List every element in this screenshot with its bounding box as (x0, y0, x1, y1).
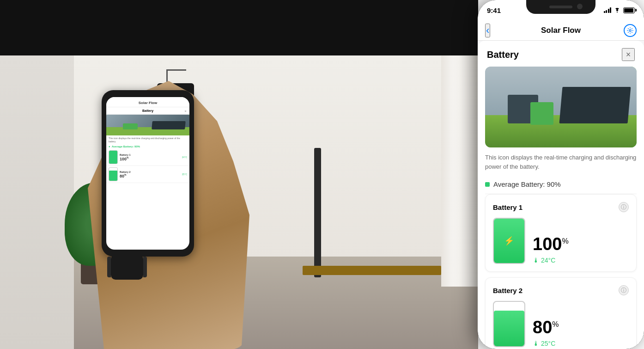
battery-item-1: Battery 1 ⓘ ⚡ 100% (485, 194, 637, 272)
signal-bars (604, 7, 612, 13)
small-battery-temp-2: 25°C (182, 173, 187, 176)
product-image (485, 67, 637, 147)
battery-2-stats: 80% 🌡 25°C (533, 318, 629, 347)
small-battery-icon-1 (109, 150, 118, 164)
top-nav-bar: ‹ Solar Flow (478, 20, 644, 41)
small-phone-avg-battery: ●Average Battery: 90% (106, 144, 189, 149)
background-scene: ZENDURE ZENDURE Solar Flow Battery × (0, 0, 478, 349)
battery-1-info-button[interactable]: ⓘ (619, 202, 629, 212)
signal-bar-3 (608, 9, 609, 13)
avg-battery-label: Average Battery: 90% (493, 180, 561, 188)
svg-point-0 (629, 30, 631, 31)
avg-battery-row: Average Battery: 90% (478, 177, 644, 194)
battery-fill (624, 8, 633, 12)
hand-with-phone: Solar Flow Battery × This icon displays … (74, 72, 259, 349)
desk (303, 266, 441, 275)
status-icons (604, 7, 635, 13)
battery-status-icon (623, 7, 635, 13)
small-battery-pct-1: 100% (120, 156, 180, 161)
small-battery-fill-1 (109, 151, 117, 164)
small-phone-screen: Solar Flow Battery × This icon displays … (106, 97, 189, 250)
settings-icon (626, 27, 634, 34)
battery-1-visual: ⚡ (493, 218, 525, 264)
battery-item-header-1: Battery 1 ⓘ (493, 202, 629, 212)
small-battery-icon-2 (109, 167, 118, 181)
phone-screen: 9:41 (478, 0, 644, 349)
battery-2-visual (493, 301, 525, 347)
battery-1-content: ⚡ 100% 🌡 24°C (493, 218, 629, 264)
battery-2-temp-row: 🌡 25°C (533, 340, 629, 347)
battery-1-percentage: 100% (533, 235, 629, 253)
small-battery-temp-1: 24°C (182, 156, 187, 159)
small-phone-close-icon: × (184, 109, 187, 113)
small-battery-item-2: Battery 2 80% 25°C (106, 166, 189, 183)
solar-battery-illustration (530, 102, 553, 125)
battery-2-temp: 25°C (541, 340, 555, 347)
thermometer-icon-2: 🌡 (533, 340, 539, 347)
battery-1-name: Battery 1 (493, 203, 522, 211)
battery-2-name: Battery 2 (493, 287, 522, 294)
signal-bar-4 (610, 7, 611, 13)
back-chevron-icon: ‹ (486, 24, 489, 37)
black-bar (0, 0, 478, 55)
battery-panel: Battery × This icon displays the real-ti… (478, 41, 644, 349)
notch-speaker (549, 6, 572, 8)
floor-lamp (314, 148, 321, 277)
panel-title: Battery (487, 49, 519, 60)
small-battery-item-1: Battery 1 100% 24°C (106, 149, 189, 166)
small-battery-pct-2: 80% (120, 173, 180, 178)
info-icon-2: ⓘ (621, 287, 626, 294)
battery-1-stats: 100% 🌡 24°C (533, 235, 629, 264)
avg-battery-dot-icon (485, 182, 490, 187)
small-phone: Solar Flow Battery × This icon displays … (102, 90, 194, 257)
main-phone: 9:41 (478, 0, 644, 349)
panel-header: Battery × (478, 41, 644, 67)
solar-illustration (485, 67, 637, 147)
small-phone-product-image (106, 115, 189, 135)
small-battery-info-2: Battery 2 80% (120, 171, 180, 178)
small-phone-panel-title: Battery (106, 107, 189, 115)
curtain (441, 55, 478, 287)
settings-button[interactable] (624, 24, 637, 37)
battery-1-temp-row: 🌡 24°C (533, 257, 629, 264)
battery-1-bolt-icon: ⚡ (504, 236, 514, 246)
panel-description: This icon displays the real-time chargin… (478, 153, 644, 177)
notch-camera (577, 4, 583, 9)
battery-2-info-button[interactable]: ⓘ (619, 285, 629, 295)
small-phone-nav-title: Solar Flow (106, 97, 189, 107)
wrist-watch (111, 254, 143, 280)
small-battery-cap-2 (111, 167, 115, 168)
small-phone-description: This icon displays the real-time chargin… (106, 135, 189, 144)
battery-item-2: Battery 2 ⓘ 80% 🌡 25 (485, 277, 637, 349)
info-icon-1: ⓘ (621, 203, 626, 211)
battery-1-fill: ⚡ (494, 219, 524, 263)
solar-panel-illustration (559, 87, 631, 123)
small-battery-info-1: Battery 1 100% (120, 153, 180, 161)
close-icon: × (626, 50, 631, 60)
small-battery-fill-2 (109, 171, 117, 181)
battery-2-percentage: 80% (533, 318, 629, 336)
panel-close-button[interactable]: × (622, 48, 635, 61)
status-time: 9:41 (487, 6, 501, 14)
signal-bar-1 (604, 11, 605, 13)
signal-bar-2 (606, 10, 607, 13)
wifi-icon (614, 7, 621, 13)
battery-item-header-2: Battery 2 ⓘ (493, 285, 629, 295)
thermometer-icon-1: 🌡 (533, 257, 539, 264)
phone-notch (526, 0, 595, 14)
battery-2-content: 80% 🌡 25°C (493, 301, 629, 347)
battery-1-temp: 24°C (541, 257, 555, 264)
battery-2-fill (494, 311, 524, 346)
back-button[interactable]: ‹ (485, 24, 490, 37)
nav-title: Solar Flow (541, 26, 581, 35)
